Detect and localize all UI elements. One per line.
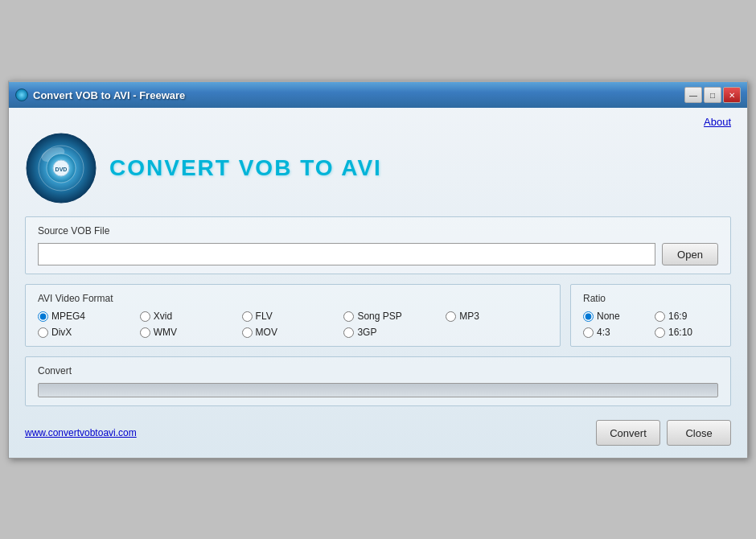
format-3gp-radio[interactable] [343, 327, 354, 338]
ratio-16-9-label: 16:9 [668, 311, 687, 322]
ratio-16-9-radio[interactable] [655, 311, 665, 322]
ratio-4-3-label: 4:3 [597, 327, 610, 338]
format-mpeg4-label: MPEG4 [51, 311, 85, 322]
format-section: AVI Video Format MPEG4 Xvid FLV [25, 284, 561, 347]
format-songpsp-label: Song PSP [357, 311, 401, 322]
format-mp3-label: MP3 [459, 311, 479, 322]
convert-button[interactable]: Convert [596, 420, 660, 446]
format-3gp: 3GP [343, 327, 446, 338]
format-mpeg4-radio[interactable] [38, 311, 48, 322]
source-row: Open [38, 243, 718, 265]
format-divx-radio[interactable] [38, 327, 48, 338]
format-xvid-radio[interactable] [140, 311, 150, 322]
ratio-4-3: 4:3 [583, 327, 647, 338]
format-wmv-label: WMV [154, 327, 177, 338]
about-row: About [25, 116, 731, 128]
content-area: About [9, 108, 747, 458]
format-3gp-label: 3GP [357, 327, 376, 338]
bottom-row: www.convertvobtoavi.com Convert Close [25, 416, 731, 446]
format-options: MPEG4 Xvid FLV Song PSP [38, 311, 548, 338]
format-mp3: MP3 [446, 311, 548, 322]
bottom-buttons: Convert Close [596, 420, 731, 446]
format-flv-radio[interactable] [242, 311, 253, 322]
format-songpsp-radio[interactable] [343, 311, 354, 322]
ratio-none-label: None [597, 311, 620, 322]
ratio-16-10-label: 16:10 [668, 327, 692, 338]
app-title: CONVERT VOB TO AVI [109, 155, 382, 181]
ratio-options: None 16:9 4:3 16:10 [583, 311, 718, 338]
format-wmv-radio[interactable] [140, 327, 150, 338]
format-mpeg4: MPEG4 [38, 311, 140, 322]
svg-text:DVD: DVD [55, 167, 68, 172]
website-link[interactable]: www.convertvobtoavi.com [25, 427, 137, 438]
format-ratio-row: AVI Video Format MPEG4 Xvid FLV [25, 284, 731, 347]
dvd-logo: DVD [25, 132, 97, 204]
ratio-section: Ratio None 16:9 4:3 [570, 284, 731, 347]
format-wmv: WMV [140, 327, 242, 338]
close-button[interactable]: Close [667, 420, 731, 446]
open-button[interactable]: Open [662, 243, 718, 265]
main-window: Convert VOB to AVI - Freeware — □ ✕ Abou… [8, 80, 748, 459]
format-mov-radio[interactable] [242, 327, 253, 338]
format-mov: MOV [242, 327, 344, 338]
format-xvid-label: Xvid [154, 311, 172, 322]
format-xvid: Xvid [140, 311, 242, 322]
about-link[interactable]: About [704, 116, 731, 128]
ratio-none: None [583, 311, 647, 322]
ratio-label: Ratio [583, 293, 718, 304]
minimize-button[interactable]: — [684, 87, 702, 103]
window-title: Convert VOB to AVI - Freeware [33, 89, 680, 101]
ratio-16-9: 16:9 [655, 311, 718, 322]
title-bar: Convert VOB to AVI - Freeware — □ ✕ [9, 82, 747, 108]
header-section: DVD CONVERT VOB TO AVI [25, 132, 731, 204]
format-songpsp: Song PSP [343, 311, 446, 322]
format-divx-label: DivX [51, 327, 72, 338]
progress-bar-container [38, 383, 718, 397]
ratio-16-10-radio[interactable] [655, 327, 665, 338]
close-window-button[interactable]: ✕ [723, 87, 741, 103]
ratio-none-radio[interactable] [583, 311, 594, 322]
source-file-input[interactable] [38, 243, 655, 265]
format-flv-label: FLV [256, 311, 273, 322]
format-divx: DivX [38, 327, 140, 338]
convert-label: Convert [38, 365, 718, 376]
format-flv: FLV [242, 311, 344, 322]
window-controls: — □ ✕ [684, 87, 741, 103]
format-mov-label: MOV [256, 327, 277, 338]
format-label: AVI Video Format [38, 293, 548, 304]
window-icon [15, 88, 28, 101]
convert-section: Convert [25, 356, 731, 406]
ratio-4-3-radio[interactable] [583, 327, 594, 338]
maximize-button[interactable]: □ [704, 87, 721, 103]
ratio-16-10: 16:10 [655, 327, 718, 338]
source-section: Source VOB File Open [25, 216, 731, 274]
source-label: Source VOB File [38, 225, 718, 237]
format-mp3-radio[interactable] [446, 311, 456, 322]
